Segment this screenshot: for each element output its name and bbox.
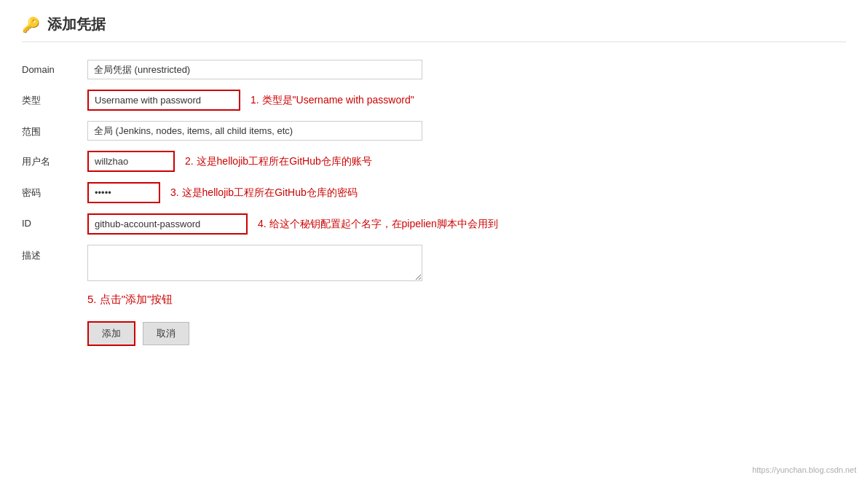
id-content: 4. 给这个秘钥配置起个名字，在pipelien脚本中会用到 xyxy=(87,213,846,235)
cancel-button[interactable]: 取消 xyxy=(143,322,189,345)
page-title: 🔑 添加凭据 xyxy=(22,15,846,42)
id-row: ID 4. 给这个秘钥配置起个名字，在pipelien脚本中会用到 xyxy=(22,213,846,235)
annotation-5: 5. 点击"添加"按钮 xyxy=(22,293,846,307)
watermark: https://yunchan.blog.csdn.net xyxy=(752,465,856,474)
username-input[interactable] xyxy=(87,151,175,172)
type-row: 类型 1. 类型是"Username with password" xyxy=(22,90,846,111)
key-icon: 🔑 xyxy=(22,16,40,34)
page-wrapper: 🔑 添加凭据 Domain 类型 1. 类型是"Username with pa… xyxy=(0,0,868,480)
scope-input[interactable] xyxy=(87,121,422,141)
password-label: 密码 xyxy=(22,182,87,200)
password-annotation: 3. 这是hellojib工程所在GitHub仓库的密码 xyxy=(170,186,358,200)
type-content: 1. 类型是"Username with password" xyxy=(87,90,846,111)
username-annotation: 2. 这是hellojib工程所在GitHub仓库的账号 xyxy=(185,155,372,168)
id-annotation: 4. 给这个秘钥配置起个名字，在pipelien脚本中会用到 xyxy=(258,218,498,231)
password-content: 3. 这是hellojib工程所在GitHub仓库的密码 xyxy=(87,182,846,203)
id-label: ID xyxy=(22,213,87,229)
username-label: 用户名 xyxy=(22,151,87,168)
domain-row: Domain xyxy=(22,60,846,79)
id-input[interactable] xyxy=(87,213,248,235)
username-row: 用户名 2. 这是hellojib工程所在GitHub仓库的账号 xyxy=(22,151,846,172)
title-text: 添加凭据 xyxy=(47,15,106,34)
desc-label: 描述 xyxy=(22,245,87,262)
type-input[interactable] xyxy=(87,90,240,111)
desc-input[interactable] xyxy=(87,245,422,281)
domain-input[interactable] xyxy=(87,60,422,79)
domain-label: Domain xyxy=(22,60,87,75)
scope-content xyxy=(87,121,846,141)
type-label: 类型 xyxy=(22,90,87,107)
type-annotation: 1. 类型是"Username with password" xyxy=(250,94,414,107)
desc-content xyxy=(87,245,846,281)
scope-label: 范围 xyxy=(22,121,87,138)
password-row: 密码 3. 这是hellojib工程所在GitHub仓库的密码 xyxy=(22,182,846,203)
domain-content xyxy=(87,60,846,79)
password-input[interactable] xyxy=(87,182,160,203)
desc-row: 描述 xyxy=(22,245,846,281)
username-content: 2. 这是hellojib工程所在GitHub仓库的账号 xyxy=(87,151,846,172)
add-button[interactable]: 添加 xyxy=(87,321,135,346)
button-row: 添加 取消 xyxy=(22,321,846,346)
scope-row: 范围 xyxy=(22,121,846,141)
